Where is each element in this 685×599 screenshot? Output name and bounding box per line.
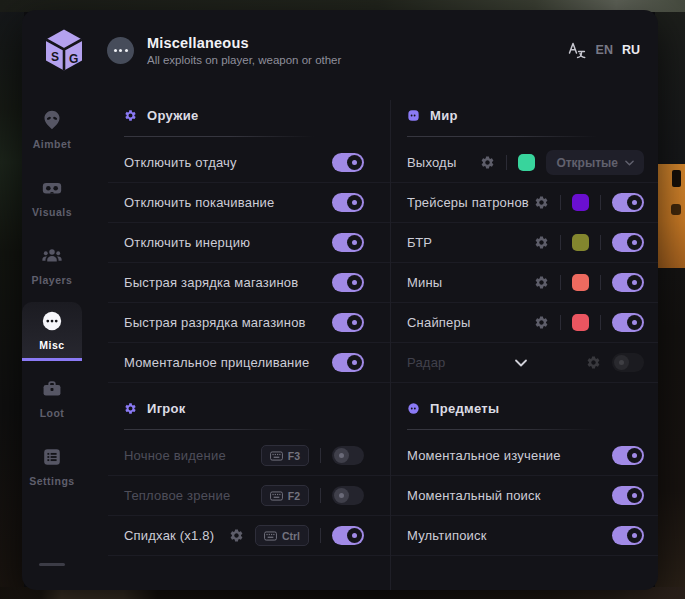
setting-label: Отключить инерцию bbox=[124, 235, 250, 250]
toggle-switch[interactable] bbox=[612, 446, 644, 465]
section-title: Предметы bbox=[430, 401, 499, 416]
gear-icon[interactable] bbox=[534, 315, 549, 330]
lang-option-ru[interactable]: RU bbox=[622, 43, 640, 57]
color-swatch[interactable] bbox=[572, 274, 589, 291]
sidebar-item-label: Settings bbox=[29, 475, 74, 487]
section-title: Игрок bbox=[147, 401, 186, 416]
toggle-knob bbox=[347, 155, 362, 170]
control-separator bbox=[600, 315, 601, 330]
control-separator bbox=[320, 448, 321, 463]
setting-row: Отключить покачивание bbox=[108, 183, 390, 223]
sidebar-item-players[interactable]: Players bbox=[22, 234, 82, 296]
background-left-strip bbox=[0, 0, 24, 599]
control-separator bbox=[320, 488, 321, 503]
setting-label: Трейсеры патронов bbox=[407, 195, 529, 210]
sidebar-item-label: Aimbet bbox=[33, 138, 72, 150]
setting-row: Мультипоиск bbox=[391, 516, 658, 556]
lang-option-en[interactable]: EN bbox=[596, 43, 613, 57]
cheat-menu-window: S G Miscellaneous All exploits on player… bbox=[22, 10, 658, 590]
setting-label: Выходы bbox=[407, 155, 456, 170]
sidebar-item-aimbet[interactable]: Aimbet bbox=[22, 98, 82, 160]
gear-icon[interactable] bbox=[586, 355, 601, 370]
toggle-knob bbox=[627, 315, 642, 330]
color-swatch[interactable] bbox=[572, 234, 589, 251]
setting-row: Быстрая зарядка магазинов bbox=[108, 263, 390, 303]
gear-icon[interactable] bbox=[480, 155, 495, 170]
gear-icon[interactable] bbox=[229, 528, 244, 543]
toggle-switch[interactable] bbox=[332, 313, 364, 332]
page-subtitle: All exploits on player, weapon or other bbox=[147, 54, 341, 66]
sidebar-item-loot[interactable]: Loot bbox=[22, 367, 82, 429]
toggle-knob bbox=[347, 315, 362, 330]
setting-row: Спидхак (x1.8)Ctrl bbox=[108, 516, 390, 556]
toggle-switch[interactable] bbox=[332, 353, 364, 372]
players-icon bbox=[41, 245, 63, 267]
chevron-down-icon bbox=[625, 160, 634, 166]
setting-label: Ночное видение bbox=[124, 448, 226, 463]
color-swatch[interactable] bbox=[572, 194, 589, 211]
setting-row: Быстрая разрядка магазинов bbox=[108, 303, 390, 343]
sidebar: AimbetVisualsPlayersMiscLootSettings bbox=[22, 90, 108, 590]
toggle-switch[interactable] bbox=[612, 486, 644, 505]
control-separator bbox=[600, 275, 601, 290]
gear-icon bbox=[124, 109, 137, 122]
toggle-switch[interactable] bbox=[612, 233, 644, 252]
toggle-switch[interactable] bbox=[612, 193, 644, 212]
dropdown-select[interactable]: Открытые bbox=[546, 150, 644, 175]
toggle-switch[interactable] bbox=[332, 273, 364, 292]
setting-label: Спидхак (x1.8) bbox=[124, 528, 214, 543]
section-items: ПредметыМоментальное изучениеМоментальны… bbox=[391, 399, 658, 556]
toggle-knob bbox=[334, 488, 349, 503]
language-switcher: EN RU bbox=[567, 40, 640, 60]
sidebar-item-visuals[interactable]: Visuals bbox=[22, 166, 82, 228]
sidebar-item-misc[interactable]: Misc bbox=[22, 302, 82, 361]
keyboard-icon bbox=[270, 451, 283, 461]
color-swatch[interactable] bbox=[572, 314, 589, 331]
items-icon bbox=[407, 402, 420, 415]
dropdown-value: Открытые bbox=[556, 156, 618, 170]
world-icon bbox=[407, 109, 420, 122]
toggle-switch[interactable] bbox=[332, 193, 364, 212]
toggle-switch[interactable] bbox=[612, 273, 644, 292]
toggle-switch[interactable] bbox=[612, 353, 644, 372]
gear-icon[interactable] bbox=[534, 195, 549, 210]
setting-row: Тепловое зрениеF2 bbox=[108, 476, 390, 516]
briefcase-icon bbox=[41, 378, 63, 400]
setting-row: Ночное видениеF3 bbox=[108, 436, 390, 476]
toggle-switch[interactable] bbox=[332, 233, 364, 252]
section-header: Игрок bbox=[108, 399, 390, 417]
sidebar-item-settings[interactable]: Settings bbox=[22, 435, 82, 497]
svg-text:S: S bbox=[51, 50, 59, 64]
setting-row: Мины bbox=[391, 263, 658, 303]
keybind-badge[interactable]: F3 bbox=[261, 445, 309, 466]
toggle-switch[interactable] bbox=[332, 526, 364, 545]
toggle-knob bbox=[627, 235, 642, 250]
color-swatch[interactable] bbox=[518, 154, 535, 171]
toggle-knob bbox=[347, 275, 362, 290]
toggle-switch[interactable] bbox=[332, 446, 364, 465]
ellipsis-circle-icon bbox=[107, 37, 134, 64]
toggle-switch[interactable] bbox=[332, 153, 364, 172]
setting-label: БТР bbox=[407, 235, 432, 250]
toggle-knob bbox=[334, 448, 349, 463]
expand-chevron-icon[interactable] bbox=[513, 355, 529, 371]
keybind-badge[interactable]: Ctrl bbox=[255, 525, 309, 546]
toggle-switch[interactable] bbox=[612, 526, 644, 545]
section-title: Мир bbox=[430, 108, 458, 123]
keybind-badge[interactable]: F2 bbox=[261, 485, 309, 506]
toggle-switch[interactable] bbox=[332, 486, 364, 505]
setting-label: Тепловое зрение bbox=[124, 488, 230, 503]
gear-icon[interactable] bbox=[534, 275, 549, 290]
setting-row: Моментальное прицеливание bbox=[108, 343, 390, 383]
sidebar-item-label: Loot bbox=[40, 407, 65, 419]
setting-row: Снайперы bbox=[391, 303, 658, 343]
setting-row: Трейсеры патронов bbox=[391, 183, 658, 223]
alien-icon bbox=[41, 109, 63, 131]
gear-icon[interactable] bbox=[534, 235, 549, 250]
list-icon bbox=[41, 446, 63, 468]
content-column-right: МирВыходыОткрытыеТрейсеры патроновБТРМин… bbox=[391, 90, 658, 590]
toggle-knob bbox=[627, 275, 642, 290]
toggle-knob bbox=[347, 195, 362, 210]
toggle-switch[interactable] bbox=[612, 313, 644, 332]
control-separator bbox=[560, 275, 561, 290]
